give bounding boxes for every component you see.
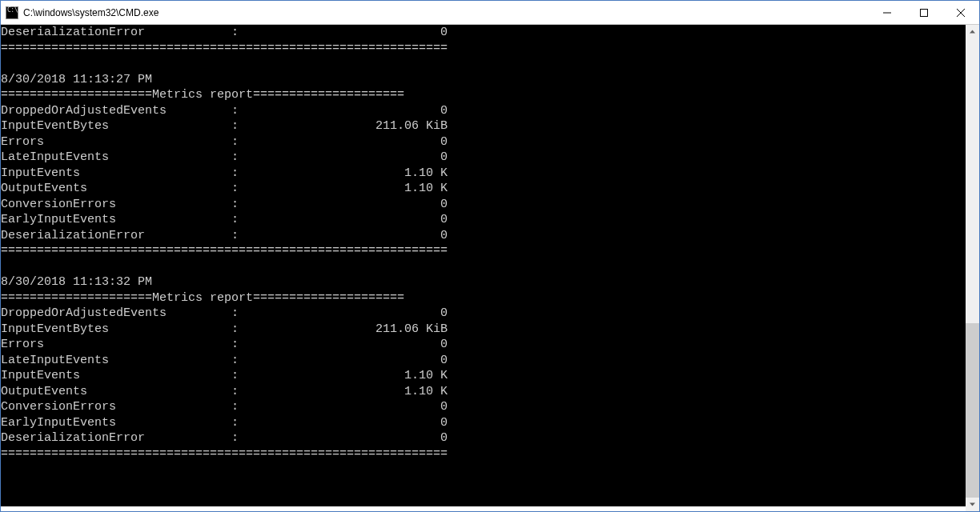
window-controls: [869, 1, 979, 24]
terminal-line: 8/30/2018 11:13:27 PM: [1, 72, 979, 88]
cmd-icon: C:\: [6, 6, 18, 19]
terminal-line: [1, 56, 979, 72]
terminal-line: OutputEvents : 1.10 K: [1, 384, 979, 400]
terminal-line: InputEvents : 1.10 K: [1, 368, 979, 384]
terminal-line: =====================Metrics report=====…: [1, 87, 979, 103]
terminal-line: DeserializationError : 0: [1, 25, 979, 41]
terminal-line: DroppedOrAdjustedEvents : 0: [1, 103, 979, 119]
terminal-line: InputEventBytes : 211.06 KiB: [1, 322, 979, 338]
terminal-line: InputEvents : 1.10 K: [1, 166, 979, 182]
terminal-line: Errors : 0: [1, 337, 979, 353]
svg-rect-0: [921, 9, 928, 16]
terminal-line: EarlyInputEvents : 0: [1, 212, 979, 228]
terminal-line: ConversionErrors : 0: [1, 399, 979, 415]
terminal-line: OutputEvents : 1.10 K: [1, 181, 979, 197]
cmd-window: C:\ C:\windows\system32\CMD.exe Deserial…: [0, 0, 980, 512]
scrollbar-thumb[interactable]: [966, 323, 979, 498]
terminal-line: DeserializationError : 0: [1, 228, 979, 244]
terminal-line: =====================Metrics report=====…: [1, 290, 979, 306]
bottom-edge: [1, 506, 966, 511]
terminal-line: 8/30/2018 11:13:32 PM: [1, 274, 979, 290]
scrollbar-track[interactable]: [966, 38, 979, 498]
terminal-line: ========================================…: [1, 446, 979, 462]
terminal-client: DeserializationError : 0================…: [1, 25, 979, 511]
terminal-line: [1, 462, 979, 478]
terminal-line: LateInputEvents : 0: [1, 353, 979, 369]
terminal-line: ========================================…: [1, 243, 979, 259]
titlebar-left: C:\ C:\windows\system32\CMD.exe: [1, 6, 159, 19]
terminal-line: InputEventBytes : 211.06 KiB: [1, 118, 979, 134]
scroll-down-arrow-icon[interactable]: [966, 498, 979, 511]
window-title: C:\windows\system32\CMD.exe: [23, 7, 159, 18]
terminal-line: Errors : 0: [1, 134, 979, 150]
maximize-button[interactable]: [906, 1, 942, 24]
scroll-up-arrow-icon[interactable]: [966, 25, 979, 38]
terminal-line: ========================================…: [1, 41, 979, 57]
terminal-line: LateInputEvents : 0: [1, 150, 979, 166]
terminal-output[interactable]: DeserializationError : 0================…: [1, 25, 979, 511]
vertical-scrollbar[interactable]: [966, 25, 979, 511]
terminal-line: [1, 259, 979, 275]
minimize-button[interactable]: [869, 1, 906, 24]
terminal-line: ConversionErrors : 0: [1, 197, 979, 213]
titlebar[interactable]: C:\ C:\windows\system32\CMD.exe: [1, 1, 979, 25]
terminal-line: DroppedOrAdjustedEvents : 0: [1, 306, 979, 322]
terminal-line: DeserializationError : 0: [1, 430, 979, 446]
close-button[interactable]: [942, 1, 979, 24]
terminal-line: EarlyInputEvents : 0: [1, 415, 979, 431]
